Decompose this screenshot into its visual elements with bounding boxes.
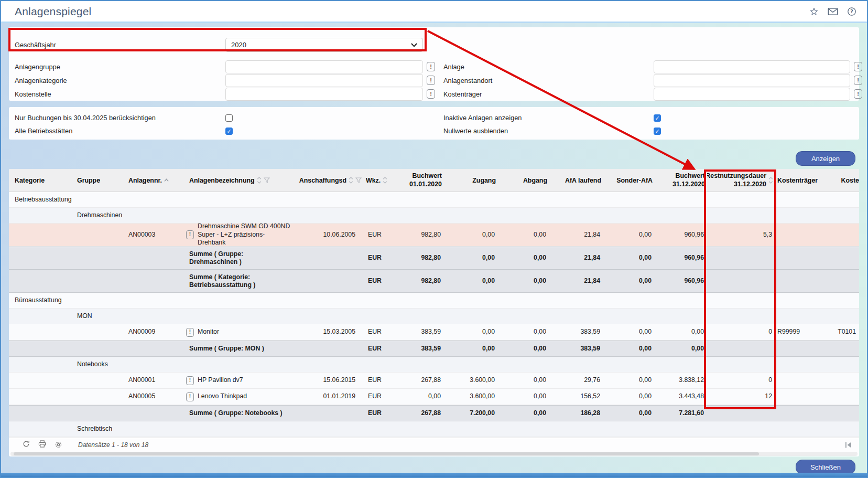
cell-afa: 156,52: [549, 389, 603, 405]
asset-row[interactable]: AN00009!Monitor15.03.2005EUR383,590,000,…: [9, 324, 859, 341]
kostenstelle-input[interactable]: [225, 88, 423, 101]
asset-info-icon[interactable]: !: [186, 376, 194, 385]
cell-sonder: 0,00: [603, 389, 655, 405]
cell-zugang: 0,00: [444, 247, 498, 269]
cell-kostentraeger: R99999: [775, 324, 820, 340]
cell-bw2: 960,96: [655, 270, 707, 292]
column-header-kostentr-ger[interactable]: Kostenträger: [775, 169, 820, 192]
lookup-icon[interactable]: !: [427, 62, 435, 71]
table-header-row: KategorieGruppeAnlagennr.Anlagenbezeichn…: [9, 169, 859, 192]
asset-row[interactable]: AN00003!Drehmaschine SWM GD 400ND Super …: [9, 224, 859, 247]
bookings-until-checkbox[interactable]: [225, 114, 233, 122]
lookup-icon[interactable]: !: [427, 76, 435, 85]
cell-restnutzungsdauer: 0: [707, 324, 775, 340]
options-section: Nur Buchungen bis 30.04.2025 berücksicht…: [9, 107, 859, 140]
lookup-icon[interactable]: !: [854, 62, 862, 71]
fiscal-year-label: Geschäftsjahr: [15, 41, 225, 49]
help-icon[interactable]: ?: [847, 7, 856, 16]
schliessen-button[interactable]: Schließen: [796, 460, 855, 474]
anlagenstandort-input[interactable]: [654, 74, 850, 87]
column-header-kategorie[interactable]: Kategorie: [9, 169, 72, 192]
refresh-icon[interactable]: [23, 440, 30, 450]
asset-info-icon[interactable]: !: [186, 230, 194, 239]
cell-bw2: 960,96: [655, 224, 707, 246]
cell-abgang: 0,00: [498, 406, 549, 421]
scrollbar-thumb[interactable]: [14, 452, 759, 455]
column-header-restnutzungsdauer31-12-2020[interactable]: Restnutzungsdauer31.12.2020: [707, 169, 775, 192]
lookup-icon[interactable]: !: [854, 89, 862, 99]
column-header-sonder-afa[interactable]: Sonder-AfA: [603, 169, 655, 192]
column-header-gruppe[interactable]: Gruppe: [72, 169, 122, 192]
cell-bw1: 383,59: [395, 324, 444, 340]
cell-bw1: 383,59: [395, 341, 444, 356]
hide-zero-values-checkbox[interactable]: [654, 128, 661, 135]
horizontal-scrollbar[interactable]: [10, 452, 858, 456]
sum-label: Summe ( Gruppe: Notebooks ): [182, 406, 295, 421]
group-row[interactable]: MON: [9, 309, 859, 324]
cell-anlagenbezeichnung: !Drehmaschine SWM GD 400ND Super - L+Z p…: [182, 224, 295, 246]
asset-row[interactable]: AN00005!Lenovo Thinkpad01.01.2019EUR0,00…: [9, 389, 859, 405]
cell-wkz: EUR: [364, 389, 395, 405]
anlagengruppe-input[interactable]: [225, 60, 423, 73]
column-header-wkz[interactable]: Wkz.: [364, 169, 395, 192]
cell-bw2: 3.443,48: [655, 389, 707, 405]
asset-info-icon[interactable]: !: [186, 328, 194, 337]
settings-gear-icon[interactable]: [55, 441, 62, 450]
category-label: Betriebsausstattung: [9, 192, 859, 207]
column-header-anlagenbezeichnung[interactable]: Anlagenbezeichnung: [182, 169, 295, 192]
cell-bw2: 960,96: [655, 247, 707, 269]
inactive-assets-checkbox[interactable]: [654, 114, 661, 122]
kostentraeger-input[interactable]: [654, 88, 850, 101]
bookings-until-label: Nur Buchungen bis 30.04.2025 berücksicht…: [15, 114, 225, 122]
mail-icon[interactable]: [828, 7, 838, 16]
cell-anlagenbezeichnung: !Monitor: [182, 324, 295, 340]
sum-label: Summe ( Gruppe: MON ): [182, 341, 295, 356]
column-header-buchwert01-01-2020[interactable]: Buchwert01.01.2020: [395, 169, 444, 192]
favorite-star-icon[interactable]: [809, 7, 819, 16]
cell-kostentraeger: [775, 389, 820, 405]
category-row[interactable]: Betriebsausstattung: [9, 192, 859, 208]
all-sites-checkbox[interactable]: [225, 128, 233, 135]
cell-anlagennr: AN00005: [9, 389, 182, 405]
lookup-icon[interactable]: !: [854, 76, 862, 85]
anlagenkategorie-input[interactable]: [225, 74, 423, 87]
column-header-anschaffungsd[interactable]: Anschaffungsd: [295, 169, 364, 192]
sum-row: Summe ( Gruppe: MON )EUR383,590,000,0038…: [9, 341, 859, 357]
cell-restnutzungsdauer: 5,3: [707, 224, 775, 246]
column-header-zugang[interactable]: Zugang: [444, 169, 498, 192]
column-header-anlagennr[interactable]: Anlagennr.: [122, 169, 182, 192]
column-header-afa-laufend[interactable]: AfA laufend: [549, 169, 603, 192]
category-row[interactable]: Büroausstattung: [9, 293, 859, 309]
lookup-icon[interactable]: !: [427, 89, 435, 99]
group-row[interactable]: Notebooks: [9, 357, 859, 373]
sum-row: Summe ( Gruppe: Drehmaschinen )EUR982,80…: [9, 247, 859, 270]
anlagenkategorie-label: Anlagenkategorie: [15, 77, 225, 84]
cell-bw1: 0,00: [395, 389, 444, 405]
group-row[interactable]: Schreibtisch: [9, 421, 859, 437]
asset-info-icon[interactable]: !: [186, 392, 194, 401]
cell-wkz: EUR: [364, 247, 395, 269]
cell-sonder: 0,00: [603, 224, 655, 246]
anlage-input[interactable]: [654, 60, 850, 73]
cell-sonder: 0,00: [603, 373, 655, 388]
cell-zugang: 0,00: [444, 224, 498, 246]
fiscal-year-select[interactable]: 2020: [225, 38, 423, 52]
inactive-assets-label: Inaktive Anlagen anzeigen: [443, 114, 654, 122]
cell-anlagennr: AN00003: [9, 224, 182, 246]
first-page-icon[interactable]: [845, 442, 852, 448]
anzeigen-button[interactable]: Anzeigen: [796, 151, 855, 166]
group-row[interactable]: Drehmaschinen: [9, 208, 859, 224]
column-header-abgang[interactable]: Abgang: [498, 169, 549, 192]
column-header-buchwert31-12-2020[interactable]: Buchwert31.12.2020: [655, 169, 707, 192]
cell-kostentraeger: [775, 373, 820, 388]
cell-afa: 21,84: [549, 270, 603, 292]
fiscal-year-value: 2020: [231, 41, 246, 49]
page-title: Anlagenspiegel: [15, 5, 91, 18]
cell-zugang: 0,00: [444, 270, 498, 292]
print-icon[interactable]: [38, 440, 46, 450]
asset-row[interactable]: AN00001!HP Pavilion dv715.06.2015EUR267,…: [9, 373, 859, 389]
sort-icon: [383, 177, 387, 184]
column-header-koste[interactable]: Koste: [820, 169, 859, 192]
cell-kostenstelle: [820, 224, 859, 246]
filter-section: Geschäftsjahr 2020 Anlagengruppe ! Anlag…: [9, 27, 859, 101]
